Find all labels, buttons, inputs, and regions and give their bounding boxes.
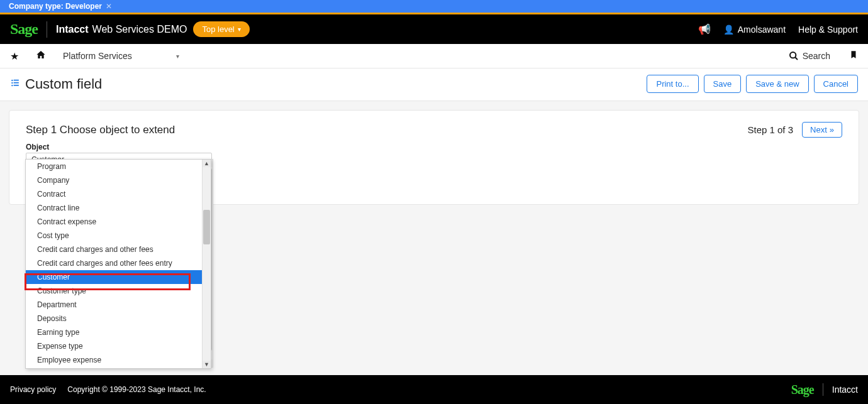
object-label: Object — [26, 143, 842, 151]
svg-point-0 — [790, 52, 796, 58]
privacy-link[interactable]: Privacy policy — [10, 385, 56, 394]
footer: Privacy policy Copyright © 1999-2023 Sag… — [0, 375, 868, 404]
object-option[interactable]: Contract — [26, 187, 211, 201]
dropdown-scrollbar[interactable]: ▲ ▼ — [202, 160, 211, 368]
object-option[interactable]: Customer — [26, 270, 211, 284]
env-name: Web Services DEMO — [92, 24, 187, 35]
print-button[interactable]: Print to... — [647, 75, 698, 93]
next-label: Next — [810, 125, 827, 134]
favorites-icon[interactable]: ★ — [10, 50, 19, 62]
object-dropdown: ProgramCompanyContractContract lineContr… — [25, 159, 211, 369]
cancel-button[interactable]: Cancel — [814, 75, 858, 93]
product-name: Intacct — [832, 385, 858, 395]
home-icon[interactable] — [35, 50, 47, 62]
chevron-down-icon: ▾ — [176, 53, 179, 60]
object-option[interactable]: Customer type — [26, 284, 211, 298]
search-button[interactable]: Search — [789, 51, 830, 61]
chevron-down-icon: ▾ — [238, 26, 241, 33]
object-option[interactable]: Company — [26, 173, 211, 187]
copyright-text: Copyright © 1999-2023 Sage Intacct, Inc. — [67, 385, 206, 394]
bookmark-icon[interactable] — [849, 50, 858, 62]
object-option[interactable]: Earning type — [26, 325, 211, 339]
object-option[interactable]: Credit card charges and other fees entry — [26, 256, 211, 270]
object-option[interactable]: Contract expense — [26, 215, 211, 229]
double-chevron-right-icon: » — [830, 125, 834, 134]
svg-rect-3 — [14, 79, 19, 80]
page-header: Custom field Print to... Save Save & new… — [0, 68, 868, 101]
announcement-icon[interactable]: 📢 — [698, 23, 711, 35]
svg-rect-7 — [14, 84, 19, 85]
module-dropdown[interactable]: Platform Services ▾ — [63, 51, 179, 61]
top-level-button[interactable]: Top level ▾ — [193, 21, 249, 37]
app-header: Sage Intacct Web Services DEMO Top level… — [0, 14, 868, 44]
company-type-text: Company type: Developer — [9, 2, 102, 11]
object-option[interactable]: Credit card charges and other fees — [26, 243, 211, 256]
divider — [47, 21, 47, 38]
object-option[interactable]: Expense type — [26, 339, 211, 353]
next-button[interactable]: Next » — [802, 122, 842, 138]
object-option[interactable]: Program — [26, 160, 211, 173]
search-label: Search — [803, 51, 830, 61]
help-link[interactable]: Help & Support — [798, 25, 858, 35]
step-counter: Step 1 of 3 — [747, 124, 793, 135]
sage-logo: Sage — [10, 21, 38, 38]
svg-rect-5 — [14, 82, 19, 83]
svg-point-4 — [11, 82, 13, 83]
user-menu[interactable]: 👤 Amolsawant — [723, 25, 786, 35]
object-option[interactable]: Contract line — [26, 201, 211, 215]
scroll-down-icon[interactable]: ▼ — [203, 361, 211, 368]
object-option[interactable]: Deposits — [26, 312, 211, 325]
svg-line-1 — [795, 57, 798, 60]
top-level-label: Top level — [202, 25, 234, 34]
sage-logo: Sage — [791, 383, 814, 397]
company-type-banner: Company type: Developer ✕ — [0, 0, 868, 13]
username: Amolsawant — [738, 25, 786, 35]
user-icon: 👤 — [723, 25, 734, 35]
list-icon[interactable] — [10, 79, 20, 90]
object-option[interactable]: Department — [26, 298, 211, 312]
nav-bar: ★ Platform Services ▾ Search — [0, 44, 868, 68]
close-icon[interactable]: ✕ — [106, 2, 112, 11]
svg-point-2 — [11, 79, 13, 80]
save-button[interactable]: Save — [704, 75, 742, 93]
object-option[interactable]: Cost type — [26, 229, 211, 243]
object-option[interactable]: Employee expense — [26, 353, 211, 367]
save-new-button[interactable]: Save & new — [746, 75, 808, 93]
scroll-up-icon[interactable]: ▲ — [203, 160, 211, 167]
divider — [823, 383, 823, 396]
scroll-thumb[interactable] — [203, 210, 210, 244]
svg-point-6 — [11, 84, 13, 85]
module-label: Platform Services — [63, 51, 132, 61]
step-title: Step 1 Choose object to extend — [26, 124, 175, 136]
page-title: Custom field — [25, 76, 102, 92]
product-name: Intacct — [56, 24, 89, 35]
